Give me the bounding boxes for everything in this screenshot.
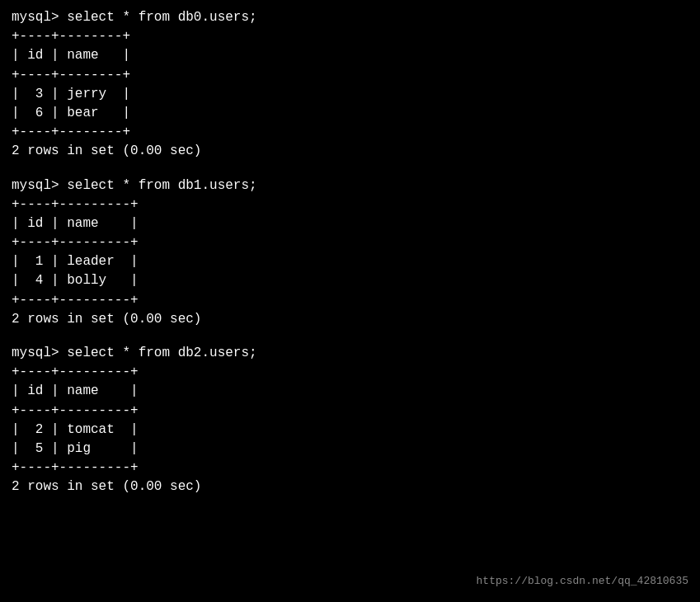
sep1-0: +----+--------+ xyxy=(12,27,688,46)
result-1: 2 rows in set (0.00 sec) xyxy=(12,310,688,329)
sep2-0: +----+--------+ xyxy=(12,66,688,85)
sep3-1: +----+---------+ xyxy=(12,291,688,310)
sep3-2: +----+---------+ xyxy=(12,459,688,477)
header-2: | id | name | xyxy=(12,382,688,401)
row-0-0: | 3 | jerry | xyxy=(12,85,688,104)
row-2-0: | 2 | tomcat | xyxy=(12,421,688,440)
row-2-1: | 5 | pig | xyxy=(12,440,688,459)
result-0: 2 rows in set (0.00 sec) xyxy=(12,142,688,161)
sep3-0: +----+--------+ xyxy=(12,123,688,142)
query-block-0: mysql> select * from db0.users; +----+--… xyxy=(12,8,688,162)
command-1: mysql> select * from db1.users; xyxy=(12,176,688,195)
result-2: 2 rows in set (0.00 sec) xyxy=(12,477,688,496)
sep1-2: +----+---------+ xyxy=(12,363,688,382)
sep2-1: +----+---------+ xyxy=(12,233,688,252)
row-1-1: | 4 | bolly | xyxy=(12,271,688,290)
header-1: | id | name | xyxy=(12,214,688,233)
query-block-1: mysql> select * from db1.users; +----+--… xyxy=(12,176,688,330)
command-2: mysql> select * from db2.users; xyxy=(12,344,688,363)
command-0: mysql> select * from db0.users; xyxy=(12,8,688,27)
header-0: | id | name | xyxy=(12,46,688,65)
sep1-1: +----+---------+ xyxy=(12,195,688,214)
watermark: https://blog.csdn.net/qq_42810635 xyxy=(477,575,688,587)
row-0-1: | 6 | bear | xyxy=(12,104,688,123)
terminal-output: mysql> select * from db0.users; +----+--… xyxy=(12,8,688,497)
row-1-0: | 1 | leader | xyxy=(12,252,688,271)
sep2-2: +----+---------+ xyxy=(12,402,688,421)
query-block-2: mysql> select * from db2.users; +----+--… xyxy=(12,344,688,497)
